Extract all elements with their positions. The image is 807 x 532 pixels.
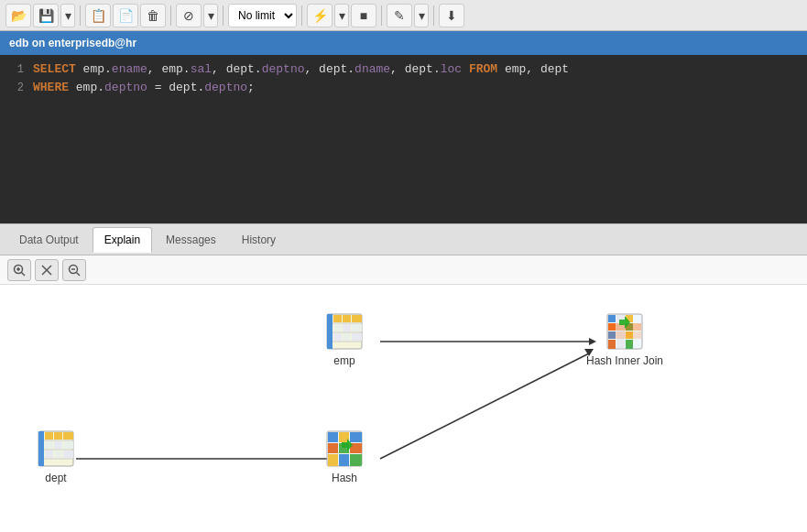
svg-rect-30 — [38, 431, 44, 466]
connection-label: edb on enterprisedb@hr — [9, 37, 136, 49]
svg-rect-34 — [45, 432, 53, 440]
save-dropdown-button[interactable]: ▾ — [60, 4, 75, 27]
sql-line-1: 1 SELECT emp.ename, emp.sal, dept.deptno… — [0, 62, 807, 81]
tab-explain[interactable]: Explain — [93, 227, 152, 253]
svg-rect-26 — [333, 333, 342, 341]
node-emp: emp — [325, 312, 364, 367]
line-number-1: 1 — [0, 63, 33, 76]
svg-rect-28 — [352, 333, 362, 341]
download-button[interactable]: ⬇ — [439, 4, 464, 27]
stop-button[interactable]: ■ — [351, 4, 376, 27]
sql-code-1: SELECT emp.ename, emp.sal, dept.deptno, … — [33, 62, 569, 76]
zoom-out-button[interactable] — [62, 259, 86, 281]
sql-code-2: WHERE emp.deptno = dept.deptno; — [33, 81, 255, 94]
explain-connections — [0, 285, 807, 532]
filter-button[interactable]: ⊘ — [176, 4, 202, 27]
limit-select[interactable]: No limit 10 50 100 500 1000 — [228, 4, 297, 27]
svg-rect-52 — [350, 454, 362, 466]
svg-rect-58 — [608, 340, 616, 349]
hash-icon — [325, 429, 364, 468]
delete-button[interactable]: 🗑 — [140, 4, 166, 27]
table-icon-dept — [37, 429, 75, 468]
svg-rect-55 — [608, 315, 616, 322]
node-hash-label: Hash — [332, 472, 357, 484]
hash-inner-join-icon — [605, 312, 644, 351]
separator-4 — [301, 5, 302, 26]
paste-button[interactable]: 📄 — [113, 4, 138, 27]
execute-button[interactable]: ⚡ — [307, 4, 333, 27]
filter-dropdown-button[interactable]: ▾ — [203, 4, 218, 27]
node-hash: Hash — [325, 429, 364, 484]
svg-rect-38 — [54, 441, 62, 449]
edit-dropdown-button[interactable]: ▾ — [414, 4, 429, 27]
svg-rect-44 — [328, 432, 338, 442]
separator-1 — [80, 5, 81, 26]
tab-history[interactable]: History — [230, 227, 288, 253]
separator-3 — [223, 5, 224, 26]
edit-button[interactable]: ✎ — [387, 4, 412, 27]
separator-5 — [381, 5, 382, 26]
line-number-2: 2 — [0, 81, 33, 94]
svg-rect-21 — [343, 315, 351, 322]
svg-rect-36 — [63, 432, 73, 440]
zoom-in-icon — [13, 264, 26, 277]
svg-rect-65 — [608, 331, 641, 339]
separator-6 — [433, 5, 434, 26]
svg-rect-42 — [63, 451, 73, 458]
connection-bar: edb on enterprisedb@hr — [0, 31, 807, 55]
svg-rect-22 — [352, 315, 362, 322]
copy-button[interactable]: 📋 — [85, 4, 111, 27]
svg-rect-62 — [626, 340, 633, 349]
explain-canvas: emp dept — [0, 285, 807, 532]
svg-rect-39 — [63, 441, 73, 449]
zoom-in-button[interactable] — [7, 259, 31, 281]
save-button[interactable]: 💾 — [33, 4, 59, 27]
svg-rect-24 — [343, 324, 351, 331]
tab-data-output[interactable]: Data Output — [7, 227, 91, 253]
sql-editor[interactable]: 1 SELECT emp.ename, emp.sal, dept.deptno… — [0, 55, 807, 224]
svg-rect-37 — [45, 441, 53, 449]
node-emp-label: emp — [333, 354, 354, 367]
svg-rect-40 — [45, 451, 53, 458]
svg-rect-35 — [54, 432, 62, 440]
open-file-button[interactable]: 📂 — [5, 4, 31, 27]
svg-rect-20 — [333, 315, 342, 322]
svg-line-1 — [22, 272, 26, 276]
svg-rect-50 — [328, 454, 338, 466]
tab-messages[interactable]: Messages — [154, 227, 228, 253]
node-dept-label: dept — [45, 472, 66, 484]
svg-rect-41 — [54, 451, 62, 458]
reset-zoom-button[interactable] — [35, 259, 59, 281]
svg-line-7 — [77, 272, 81, 276]
main-toolbar: 📂 💾 ▾ 📋 📄 🗑 ⊘ ▾ No limit 10 50 100 500 1… — [0, 0, 807, 31]
zoom-out-icon — [68, 264, 81, 277]
output-tabs-bar: Data Output Explain Messages History — [0, 224, 807, 255]
node-hash-inner-join-label: Hash Inner Join — [586, 354, 663, 367]
node-hash-inner-join: Hash Inner Join — [586, 312, 663, 367]
svg-rect-46 — [350, 432, 362, 442]
svg-rect-51 — [339, 454, 349, 466]
svg-rect-25 — [352, 324, 362, 331]
table-icon-emp — [325, 312, 364, 351]
svg-line-13 — [380, 353, 589, 459]
reset-icon — [40, 264, 53, 277]
svg-rect-23 — [333, 324, 342, 331]
node-dept: dept — [37, 429, 75, 484]
svg-rect-47 — [328, 443, 338, 453]
svg-rect-27 — [343, 333, 351, 341]
explain-toolbar — [0, 255, 807, 285]
sql-line-2: 2 WHERE emp.deptno = dept.deptno; — [0, 81, 807, 99]
separator-2 — [170, 5, 171, 26]
svg-rect-16 — [327, 314, 333, 349]
execute-dropdown-button[interactable]: ▾ — [334, 4, 349, 27]
